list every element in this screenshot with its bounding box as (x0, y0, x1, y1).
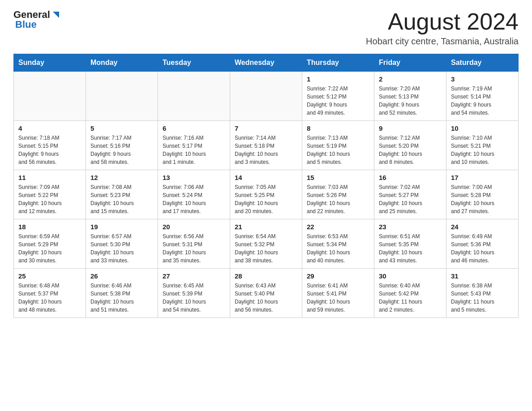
day-number: 11 (18, 174, 81, 181)
calendar-cell: 5Sunrise: 7:17 AM Sunset: 5:16 PM Daylig… (86, 121, 158, 170)
calendar-cell: 10Sunrise: 7:10 AM Sunset: 5:21 PM Dayli… (446, 121, 519, 170)
day-info: Sunrise: 6:41 AM Sunset: 5:41 PM Dayligh… (307, 282, 369, 314)
day-info: Sunrise: 6:54 AM Sunset: 5:32 PM Dayligh… (235, 232, 297, 265)
day-number: 9 (379, 124, 442, 132)
day-number: 5 (90, 124, 153, 132)
calendar-cell: 16Sunrise: 7:02 AM Sunset: 5:27 PM Dayli… (374, 170, 446, 219)
day-number: 6 (163, 124, 225, 132)
calendar-cell: 30Sunrise: 6:40 AM Sunset: 5:42 PM Dayli… (374, 269, 446, 318)
weekday-header-thursday: Thursday (302, 54, 374, 72)
day-info: Sunrise: 6:48 AM Sunset: 5:37 PM Dayligh… (18, 282, 81, 314)
day-info: Sunrise: 7:14 AM Sunset: 5:18 PM Dayligh… (235, 134, 297, 166)
day-info: Sunrise: 6:56 AM Sunset: 5:31 PM Dayligh… (163, 232, 225, 265)
day-info: Sunrise: 6:59 AM Sunset: 5:29 PM Dayligh… (18, 232, 81, 265)
calendar-cell: 13Sunrise: 7:06 AM Sunset: 5:24 PM Dayli… (158, 170, 230, 219)
weekday-header-tuesday: Tuesday (158, 54, 230, 72)
calendar-week-row: 25Sunrise: 6:48 AM Sunset: 5:37 PM Dayli… (14, 269, 519, 318)
calendar-cell: 27Sunrise: 6:45 AM Sunset: 5:39 PM Dayli… (158, 269, 230, 318)
day-number: 12 (90, 174, 153, 181)
logo-triangle-icon (51, 10, 61, 20)
day-info: Sunrise: 7:13 AM Sunset: 5:19 PM Dayligh… (307, 134, 369, 166)
day-number: 14 (235, 174, 297, 181)
day-number: 13 (163, 174, 225, 181)
calendar-cell: 3Sunrise: 7:19 AM Sunset: 5:14 PM Daylig… (446, 72, 519, 121)
calendar-cell: 9Sunrise: 7:12 AM Sunset: 5:20 PM Daylig… (374, 121, 446, 170)
calendar-cell: 8Sunrise: 7:13 AM Sunset: 5:19 PM Daylig… (302, 121, 374, 170)
day-number: 23 (379, 223, 442, 231)
calendar-week-row: 18Sunrise: 6:59 AM Sunset: 5:29 PM Dayli… (14, 219, 519, 269)
day-info: Sunrise: 6:49 AM Sunset: 5:36 PM Dayligh… (451, 232, 514, 265)
day-info: Sunrise: 7:02 AM Sunset: 5:27 PM Dayligh… (379, 183, 442, 215)
day-info: Sunrise: 7:22 AM Sunset: 5:12 PM Dayligh… (307, 85, 369, 117)
day-number: 4 (18, 124, 81, 132)
day-info: Sunrise: 7:08 AM Sunset: 5:23 PM Dayligh… (90, 183, 153, 215)
day-info: Sunrise: 6:40 AM Sunset: 5:42 PM Dayligh… (379, 282, 442, 314)
day-number: 15 (307, 174, 369, 181)
day-info: Sunrise: 6:38 AM Sunset: 5:43 PM Dayligh… (451, 282, 514, 314)
day-number: 10 (451, 124, 514, 132)
calendar-cell: 1Sunrise: 7:22 AM Sunset: 5:12 PM Daylig… (302, 72, 374, 121)
calendar-cell: 20Sunrise: 6:56 AM Sunset: 5:31 PM Dayli… (158, 219, 230, 269)
calendar-cell: 21Sunrise: 6:54 AM Sunset: 5:32 PM Dayli… (230, 219, 302, 269)
page-subtitle: Hobart city centre, Tasmania, Australia (366, 36, 519, 47)
calendar-cell: 28Sunrise: 6:43 AM Sunset: 5:40 PM Dayli… (230, 269, 302, 318)
day-info: Sunrise: 7:06 AM Sunset: 5:24 PM Dayligh… (163, 183, 225, 215)
day-number: 7 (235, 124, 297, 132)
day-info: Sunrise: 6:46 AM Sunset: 5:38 PM Dayligh… (90, 282, 153, 314)
day-number: 20 (163, 223, 225, 231)
day-number: 29 (307, 272, 369, 280)
calendar-cell (158, 72, 230, 121)
calendar-cell: 24Sunrise: 6:49 AM Sunset: 5:36 PM Dayli… (446, 219, 519, 269)
day-number: 17 (451, 174, 514, 181)
calendar-cell: 12Sunrise: 7:08 AM Sunset: 5:23 PM Dayli… (86, 170, 158, 219)
logo: General Blue (13, 9, 61, 30)
day-info: Sunrise: 7:09 AM Sunset: 5:22 PM Dayligh… (18, 183, 81, 215)
weekday-header-friday: Friday (374, 54, 446, 72)
title-area: August 2024 Hobart city centre, Tasmania… (366, 9, 519, 47)
day-number: 19 (90, 223, 153, 231)
day-info: Sunrise: 7:17 AM Sunset: 5:16 PM Dayligh… (90, 134, 153, 166)
calendar-cell: 15Sunrise: 7:03 AM Sunset: 5:26 PM Dayli… (302, 170, 374, 219)
day-number: 26 (90, 272, 153, 280)
calendar-cell (14, 72, 86, 121)
calendar-cell: 29Sunrise: 6:41 AM Sunset: 5:41 PM Dayli… (302, 269, 374, 318)
day-number: 21 (235, 223, 297, 231)
header: General Blue August 2024 Hobart city cen… (13, 9, 519, 47)
weekday-header-wednesday: Wednesday (230, 54, 302, 72)
day-info: Sunrise: 6:43 AM Sunset: 5:40 PM Dayligh… (235, 282, 297, 314)
day-number: 16 (379, 174, 442, 181)
weekday-header-sunday: Sunday (14, 54, 86, 72)
weekday-header-saturday: Saturday (446, 54, 519, 72)
calendar-week-row: 1Sunrise: 7:22 AM Sunset: 5:12 PM Daylig… (14, 72, 519, 121)
weekday-header-row: SundayMondayTuesdayWednesdayThursdayFrid… (14, 54, 519, 72)
day-number: 31 (451, 272, 514, 280)
day-info: Sunrise: 7:03 AM Sunset: 5:26 PM Dayligh… (307, 183, 369, 215)
calendar-cell: 4Sunrise: 7:18 AM Sunset: 5:15 PM Daylig… (14, 121, 86, 170)
calendar-cell: 17Sunrise: 7:00 AM Sunset: 5:28 PM Dayli… (446, 170, 519, 219)
svg-marker-0 (53, 12, 59, 18)
logo-blue-text: Blue (15, 19, 37, 30)
calendar-week-row: 11Sunrise: 7:09 AM Sunset: 5:22 PM Dayli… (14, 170, 519, 219)
day-number: 1 (307, 75, 369, 83)
calendar-cell: 26Sunrise: 6:46 AM Sunset: 5:38 PM Dayli… (86, 269, 158, 318)
day-info: Sunrise: 7:16 AM Sunset: 5:17 PM Dayligh… (163, 134, 225, 166)
calendar-cell: 14Sunrise: 7:05 AM Sunset: 5:25 PM Dayli… (230, 170, 302, 219)
day-info: Sunrise: 7:20 AM Sunset: 5:13 PM Dayligh… (379, 85, 442, 117)
calendar-cell: 18Sunrise: 6:59 AM Sunset: 5:29 PM Dayli… (14, 219, 86, 269)
calendar-cell: 7Sunrise: 7:14 AM Sunset: 5:18 PM Daylig… (230, 121, 302, 170)
calendar-cell: 11Sunrise: 7:09 AM Sunset: 5:22 PM Dayli… (14, 170, 86, 219)
day-number: 25 (18, 272, 81, 280)
calendar-week-row: 4Sunrise: 7:18 AM Sunset: 5:15 PM Daylig… (14, 121, 519, 170)
calendar-cell (86, 72, 158, 121)
day-number: 8 (307, 124, 369, 132)
calendar-cell: 25Sunrise: 6:48 AM Sunset: 5:37 PM Dayli… (14, 269, 86, 318)
calendar-body: 1Sunrise: 7:22 AM Sunset: 5:12 PM Daylig… (14, 72, 519, 318)
calendar-cell (230, 72, 302, 121)
calendar-cell: 6Sunrise: 7:16 AM Sunset: 5:17 PM Daylig… (158, 121, 230, 170)
day-number: 3 (451, 75, 514, 83)
calendar-cell: 31Sunrise: 6:38 AM Sunset: 5:43 PM Dayli… (446, 269, 519, 318)
page-title: August 2024 (366, 9, 519, 34)
calendar-cell: 19Sunrise: 6:57 AM Sunset: 5:30 PM Dayli… (86, 219, 158, 269)
calendar-cell: 2Sunrise: 7:20 AM Sunset: 5:13 PM Daylig… (374, 72, 446, 121)
day-info: Sunrise: 6:51 AM Sunset: 5:35 PM Dayligh… (379, 232, 442, 265)
